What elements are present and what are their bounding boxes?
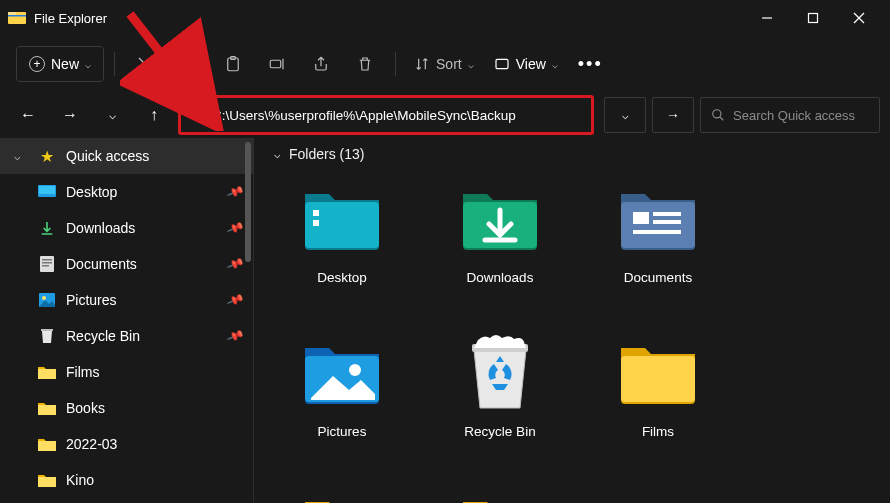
pin-icon: 📌 (226, 291, 245, 309)
sidebar-item-quick-access[interactable]: ⌵ ★ Quick access (0, 138, 253, 174)
folder-films[interactable]: Films (584, 326, 732, 476)
svg-rect-21 (39, 186, 55, 194)
sidebar-item-label: Downloads (66, 220, 218, 236)
new-label: New (51, 56, 79, 72)
chevron-down-icon: ⌵ (274, 148, 281, 161)
svg-rect-22 (40, 256, 54, 272)
navbar: ← → ⌵ ↑ ★ C:\Users\%userprofile%\Apple\M… (0, 92, 890, 138)
back-button[interactable]: ← (10, 97, 46, 133)
folder-label: Documents (624, 270, 692, 285)
svg-rect-39 (621, 202, 695, 248)
sidebar-item-kino[interactable]: Kino (0, 462, 253, 498)
folder-icon (460, 488, 540, 503)
documents-folder-icon (618, 180, 698, 258)
view-button[interactable]: View ⌵ (486, 46, 566, 82)
section-header-label: Folders (13) (289, 146, 364, 162)
folder-icon (618, 334, 698, 412)
star-icon: ★ (191, 106, 204, 124)
separator (114, 52, 115, 76)
sidebar-item-downloads[interactable]: Downloads 📌 (0, 210, 253, 246)
rename-button[interactable] (257, 46, 297, 82)
folder-label: Pictures (318, 424, 367, 439)
cut-button[interactable] (125, 46, 165, 82)
share-button[interactable] (301, 46, 341, 82)
svg-line-19 (720, 117, 724, 121)
delete-button[interactable] (345, 46, 385, 82)
svg-rect-24 (42, 262, 52, 264)
chevron-down-icon: ⌵ (85, 59, 91, 70)
sidebar-item-pictures[interactable]: Pictures 📌 (0, 282, 253, 318)
svg-rect-43 (633, 230, 681, 234)
folder-icon (302, 488, 382, 503)
svg-rect-31 (38, 441, 56, 451)
pin-icon: 📌 (226, 219, 245, 237)
download-icon (38, 219, 56, 237)
folder-pictures[interactable]: Pictures (268, 326, 416, 476)
recent-button[interactable]: ⌵ (94, 97, 130, 133)
forward-button[interactable]: → (52, 97, 88, 133)
search-input[interactable]: Search Quick access (700, 97, 880, 133)
pin-icon: 📌 (226, 327, 245, 345)
folder-documents[interactable]: Documents (584, 172, 732, 322)
search-icon (711, 108, 725, 122)
more-button[interactable]: ••• (570, 46, 611, 82)
svg-rect-35 (313, 220, 319, 226)
recycle-bin-icon (460, 334, 540, 412)
pictures-folder-icon (302, 334, 382, 412)
sidebar: ⌵ ★ Quick access Desktop 📌 Downloads 📌 D… (0, 138, 254, 503)
chevron-down-icon: ⌵ (552, 59, 558, 70)
close-button[interactable] (836, 0, 882, 36)
maximize-button[interactable] (790, 0, 836, 36)
view-label: View (516, 56, 546, 72)
svg-rect-34 (313, 210, 319, 216)
folder-books[interactable]: Books (268, 480, 416, 503)
content-pane: ⌵ Folders (13) Desktop Downloads (254, 138, 890, 503)
sidebar-item-label: Films (66, 364, 243, 380)
sidebar-item-desktop[interactable]: Desktop 📌 (0, 174, 253, 210)
sidebar-item-documents[interactable]: Documents 📌 (0, 246, 253, 282)
folder-label: Films (642, 424, 674, 439)
svg-rect-4 (809, 14, 818, 23)
sort-button[interactable]: Sort ⌵ (406, 46, 482, 82)
sidebar-item-recycle-bin[interactable]: Recycle Bin 📌 (0, 318, 253, 354)
copy-button[interactable] (169, 46, 209, 82)
sidebar-item-label: Books (66, 400, 243, 416)
folder-2022-03[interactable]: 2022-03 (426, 480, 574, 503)
folder-desktop[interactable]: Desktop (268, 172, 416, 322)
new-button[interactable]: + New ⌵ (16, 46, 104, 82)
sidebar-item-2022-03[interactable]: 2022-03 (0, 426, 253, 462)
sidebar-item-books[interactable]: Books (0, 390, 253, 426)
svg-point-18 (713, 110, 721, 118)
folder-downloads[interactable]: Downloads (426, 172, 574, 322)
folder-recycle-bin[interactable]: Recycle Bin (426, 326, 574, 476)
svg-rect-28 (41, 329, 53, 331)
sidebar-item-label: Desktop (66, 184, 218, 200)
address-path: C:\Users\%userprofile%\Apple\MobileSync\… (212, 108, 516, 123)
desktop-icon (38, 183, 56, 201)
svg-rect-42 (653, 220, 681, 224)
downloads-folder-icon (460, 180, 540, 258)
up-button[interactable]: ↑ (136, 97, 172, 133)
scrollbar[interactable] (245, 142, 251, 262)
svg-rect-23 (42, 259, 52, 261)
svg-point-27 (42, 296, 46, 300)
sidebar-item-label: 2022-03 (66, 436, 243, 452)
picture-icon (38, 291, 56, 309)
sidebar-item-label: Quick access (66, 148, 243, 164)
app-icon (8, 9, 26, 27)
minimize-button[interactable] (744, 0, 790, 36)
plus-icon: + (29, 56, 45, 72)
titlebar: File Explorer (0, 0, 890, 36)
svg-point-45 (349, 364, 361, 376)
address-dropdown-button[interactable]: ⌵ (604, 97, 646, 133)
paste-button[interactable] (213, 46, 253, 82)
sidebar-item-films[interactable]: Films (0, 354, 253, 390)
section-header[interactable]: ⌵ Folders (13) (268, 146, 876, 162)
svg-rect-41 (653, 212, 681, 216)
svg-rect-15 (270, 60, 281, 68)
sidebar-item-label: Documents (66, 256, 218, 272)
folder-label: Recycle Bin (464, 424, 535, 439)
document-icon (38, 255, 56, 273)
go-button[interactable]: → (652, 97, 694, 133)
address-bar[interactable]: ★ C:\Users\%userprofile%\Apple\MobileSyn… (178, 95, 594, 135)
